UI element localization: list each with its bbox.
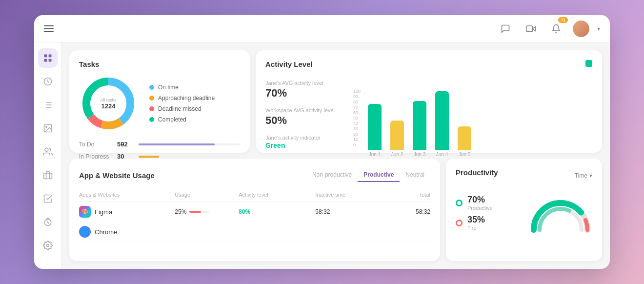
task-row-todo: To Do 592: [79, 141, 240, 148]
col-header-total: Total: [379, 192, 430, 198]
svg-point-15: [45, 148, 48, 152]
svg-rect-4: [44, 59, 47, 62]
legend-label-ontime: On time: [158, 84, 179, 91]
legend-item-completed: Completed: [149, 116, 215, 123]
gauge-area: [501, 188, 592, 237]
figma-activity-pct: 80%: [239, 208, 250, 215]
legend-item-missed: Deadline missed: [149, 105, 215, 112]
task-bar-bg-todo: [139, 143, 240, 145]
tasks-title: Tasks: [79, 60, 240, 68]
bar-jun5-bar: [458, 126, 471, 150]
avg-value: 70%: [265, 87, 343, 100]
prod-values-productive: 70% Productive: [467, 195, 493, 211]
svg-point-18: [46, 244, 49, 247]
prod-label-tire: Tire: [467, 225, 485, 231]
figma-usage-bar-bg: [189, 211, 209, 213]
topbar-left: [44, 25, 54, 32]
notification-wrapper: 71: [547, 20, 565, 38]
topbar: 71 ▾: [34, 15, 610, 42]
tabs: Non-productive Productive Neutral: [306, 168, 430, 182]
chat-icon[interactable]: [497, 20, 514, 38]
sidebar-item-dashboard[interactable]: [38, 48, 58, 68]
avg-stat-block: Jane's AVG activity level 70%: [265, 80, 343, 100]
sidebar-item-settings[interactable]: [38, 236, 58, 255]
donut-chart: All tasks 1224: [79, 74, 138, 133]
prod-circle-productive: [456, 200, 463, 206]
svg-rect-16: [43, 173, 52, 179]
figma-total: 58:32: [379, 208, 430, 215]
y-20: 20: [353, 132, 367, 137]
col-header-usage: Usage: [175, 192, 239, 198]
activity-stats: Jane's AVG activity level 70% Workspace …: [265, 80, 343, 157]
avatar-chevron[interactable]: ▾: [597, 25, 600, 32]
chrome-icon: 🌐: [79, 226, 91, 238]
table-row-chrome: 🌐 Chrome: [79, 222, 430, 242]
bar-jun1: Jun 1: [368, 104, 382, 157]
avg-label: Jane's AVG activity level: [265, 80, 343, 86]
tab-productive[interactable]: Productive: [358, 168, 400, 182]
main-body: Tasks: [34, 42, 610, 269]
activity-indicator-dot: [585, 60, 592, 67]
bar-jun3-label: Jun 3: [414, 152, 425, 157]
figma-inactive: 58:32: [315, 208, 379, 215]
task-count-todo: 592: [117, 141, 135, 148]
bar-jun4-bar: [435, 91, 449, 150]
prod-label-productive: Productive: [467, 205, 493, 211]
sidebar-item-list[interactable]: [38, 95, 58, 115]
bar-jun4-label: Jun 4: [436, 152, 448, 157]
activity-title: Activity Level: [265, 60, 313, 68]
legend-dot-ontime: [149, 85, 154, 90]
y-40: 40: [353, 121, 367, 126]
legend: On time Approaching deadline Deadline mi…: [149, 84, 215, 123]
y-80: 80: [353, 100, 367, 104]
y-90: 90: [353, 94, 367, 99]
y-10: 10: [353, 137, 367, 142]
hamburger-menu[interactable]: [44, 25, 54, 32]
figma-usage-bar: [189, 211, 201, 213]
workspace-stat-block: Workspace AVG activity level 50%: [265, 107, 343, 127]
svg-rect-1: [526, 26, 533, 32]
video-icon[interactable]: [522, 20, 540, 38]
figma-usage-pct: 25%: [175, 208, 186, 215]
time-selector[interactable]: Time ▾: [575, 172, 592, 179]
sidebar-item-image[interactable]: [38, 119, 58, 138]
prod-value-35: 35%: [467, 215, 485, 225]
donut-label: All tasks 1224: [100, 97, 117, 110]
app-figma: 🎨 Figma: [79, 206, 175, 218]
col-header-activity: Activity level: [239, 192, 315, 198]
task-bar-todo: [139, 143, 215, 145]
tab-neutral[interactable]: Neutral: [400, 168, 430, 182]
top-row: Tasks: [69, 50, 602, 153]
time-chevron: ▾: [589, 172, 592, 179]
topbar-right: 71 ▾: [497, 20, 600, 38]
sidebar-item-briefcase[interactable]: [38, 165, 58, 185]
activity-card: Activity Level Jane's AVG activity level…: [256, 50, 602, 153]
sidebar-item-check[interactable]: [38, 189, 58, 208]
sidebar-item-clock[interactable]: [38, 72, 58, 91]
activity-content: Jane's AVG activity level 70% Workspace …: [265, 80, 592, 157]
chrome-name: Chrome: [95, 228, 117, 236]
y-50: 50: [353, 116, 367, 121]
bar-chart-wrapper: 100 90 80 70 60 50 40 30 20 10: [353, 80, 592, 157]
table-row-figma: 🎨 Figma 25% 80% 58:32: [79, 202, 430, 222]
svg-marker-0: [532, 26, 535, 30]
tab-non-productive[interactable]: Non-productive: [306, 168, 358, 182]
productivity-title: Productivity: [456, 168, 498, 177]
avatar[interactable]: [573, 20, 589, 37]
bar-jun5-label: Jun 5: [459, 152, 470, 157]
figma-name: Figma: [95, 208, 112, 216]
indicator-value: Green: [265, 142, 343, 149]
content-area: Tasks: [61, 42, 610, 269]
legend-label-completed: Completed: [158, 116, 186, 123]
bottom-row: App & Website Usage Non-productive Produ…: [69, 159, 602, 261]
task-bar-bg-inprogress: [139, 156, 240, 158]
app-usage-card: App & Website Usage Non-productive Produ…: [69, 159, 440, 261]
workspace-value: 50%: [265, 114, 343, 127]
indicator-stat-block: Jane's activity indicator Green: [265, 135, 343, 149]
sidebar-item-users[interactable]: [38, 142, 58, 162]
workspace-label: Workspace AVG activity level: [265, 107, 343, 113]
prod-stat-productive: 70% Productive: [456, 195, 493, 211]
sidebar-item-timer[interactable]: [38, 212, 58, 232]
figma-icon: 🎨: [79, 206, 91, 218]
bar-jun4: Jun 4: [435, 91, 449, 157]
